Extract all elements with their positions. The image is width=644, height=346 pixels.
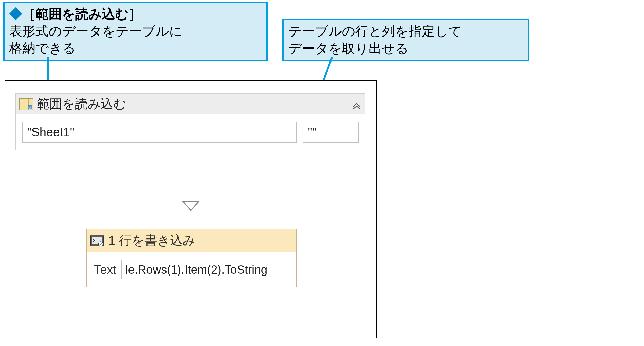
- activity-write-line-header[interactable]: 1 行を書き込み: [87, 229, 296, 252]
- callout-body-line2: 格納できる: [9, 41, 76, 55]
- callout-right-line2: データを取り出せる: [288, 41, 409, 56]
- write-line-text-value: le.Rows(1).Item(2).ToString: [125, 263, 267, 276]
- svg-point-10: [98, 242, 103, 246]
- excel-range-icon: [19, 98, 33, 110]
- flow-arrow-icon: [182, 200, 200, 213]
- activity-read-range-body: "Sheet1" "": [16, 114, 365, 150]
- activity-write-line-title: 1 行を書き込み: [108, 232, 196, 249]
- range-input[interactable]: "": [303, 122, 359, 143]
- activity-read-range-title: 範囲を読み込む: [37, 95, 126, 112]
- activity-read-range-header[interactable]: 範囲を読み込む: [16, 94, 365, 114]
- callout-read-range: ◆［範囲を読み込む］ 表形式のデータをテーブルに 格納できる: [3, 2, 268, 61]
- range-value: "": [308, 125, 317, 139]
- callout-diamond: ◆: [9, 7, 22, 21]
- callout-right-line1: テーブルの行と列を指定して: [288, 24, 462, 39]
- text-caret: [268, 265, 268, 276]
- write-line-text-label: Text: [94, 263, 116, 277]
- callout-body-line1: 表形式のデータをテーブルに: [9, 24, 182, 39]
- sheet-name-value: "Sheet1": [27, 125, 74, 139]
- activity-write-line[interactable]: 1 行を書き込み Text le.Rows(1).Item(2).ToStrin…: [86, 229, 297, 287]
- collapse-chevron-icon[interactable]: [352, 99, 362, 109]
- write-line-text-input[interactable]: le.Rows(1).Item(2).ToString: [121, 260, 289, 279]
- activity-read-range[interactable]: 範囲を読み込む "Sheet1" "": [15, 93, 365, 150]
- callout-title: ［範囲を読み込む］: [22, 7, 142, 21]
- activity-write-line-body: Text le.Rows(1).Item(2).ToString: [87, 252, 296, 287]
- workflow-container: 範囲を読み込む "Sheet1" "": [5, 80, 377, 338]
- sheet-name-input[interactable]: "Sheet1": [22, 122, 297, 143]
- callout-row-col: テーブルの行と列を指定して データを取り出せる: [282, 19, 529, 61]
- console-icon: [90, 235, 104, 246]
